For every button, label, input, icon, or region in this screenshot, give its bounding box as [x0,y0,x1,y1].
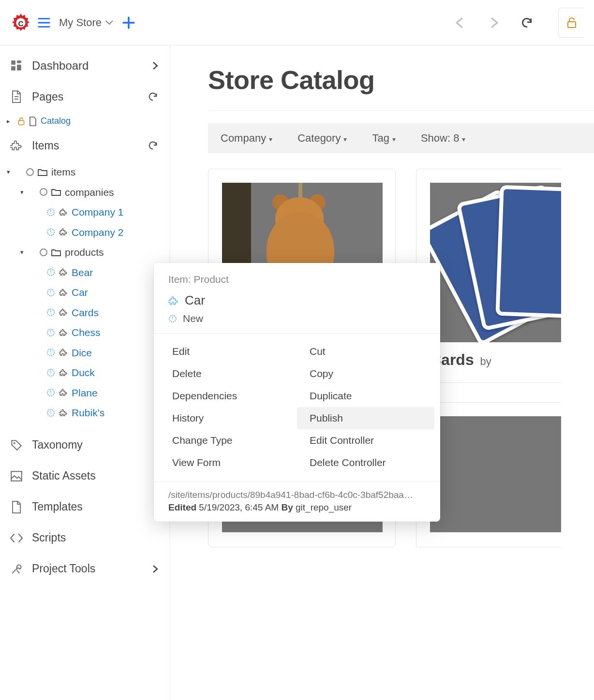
ctx-publish[interactable]: Publish [297,407,434,429]
tree-item-company[interactable]: ! Company 2 [0,222,170,243]
byline: by [480,355,491,367]
puzzle-icon [10,139,23,152]
ctx-delete[interactable]: Delete [160,363,297,385]
tree-label: Company 2 [72,225,123,240]
svg-text:!: ! [50,290,52,295]
ctx-cut[interactable]: Cut [297,340,434,363]
tree-item-product[interactable]: ! Rubik's [0,403,170,423]
code-icon [10,531,23,545]
tree-item-product[interactable]: ! Dice [0,343,170,363]
svg-rect-9 [11,60,15,65]
ctx-dependencies[interactable]: Dependencies [160,385,297,407]
tree-label: items [51,164,75,180]
tree-item-product[interactable]: ! Bear [0,262,170,283]
nav-dashboard[interactable]: Dashboard [0,50,170,81]
ctx-view-form[interactable]: View Form [160,452,297,474]
page-title: Store Catalog [208,65,594,95]
address-bar-lock[interactable] [558,8,584,38]
refresh-icon[interactable] [148,91,158,102]
nav-label: Templates [32,500,158,513]
nav-back-icon[interactable] [455,17,467,28]
filters-bar: Company Category Tag Show: 8 [208,123,594,153]
tree-item-product[interactable]: ! Chess [0,322,170,343]
image-icon [10,469,23,483]
caret-down-icon[interactable]: ▾ [20,188,27,197]
tree-item-product[interactable]: ! Car [0,282,170,303]
tree-folder-products[interactable]: ▾ products [0,242,170,262]
nav-scripts[interactable]: Scripts [0,523,170,554]
nav-items[interactable]: Items [0,130,170,161]
store-name: My Store [59,16,102,29]
ctx-duplicate[interactable]: Duplicate [297,385,434,407]
status-circle-icon [26,168,34,176]
ctx-change-type[interactable]: Change Type [160,429,297,452]
tree-label: Dice [72,345,92,361]
filter-company[interactable]: Company [221,132,272,145]
nav-label: Items [32,139,139,152]
product-image [430,183,561,342]
document-icon [10,90,23,103]
caret-down-icon[interactable]: ▾ [7,167,14,177]
tag-icon [10,438,23,452]
header-nav-actions [455,16,538,29]
nav-label: Dashboard [32,59,144,73]
nav-label: Pages [32,90,139,103]
new-button[interactable] [122,16,135,29]
tree-item-product[interactable]: ! Cards [0,303,170,323]
left-sidebar: Dashboard Pages ▸ Catalog Items [0,45,170,700]
folder-icon [51,188,61,196]
item-path: /site/items/products/89b4a941-8bad-cf6b-… [168,490,426,500]
svg-text:!: ! [50,229,52,234]
puzzle-icon [59,368,68,377]
caret-icon[interactable]: ▸ [7,117,14,126]
ctx-history[interactable]: History [160,407,297,429]
tree-item-product[interactable]: ! Plane [0,383,170,403]
page-catalog[interactable]: ▸ Catalog [0,112,170,130]
tree-folder-items[interactable]: ▾ items [0,162,170,182]
file-icon [10,500,23,514]
nav-label: Taxonomy [32,438,158,452]
product-card-title: Cards by [430,351,561,369]
nav-taxonomy[interactable]: Taxonomy [0,430,170,461]
ctx-edit-controller[interactable]: Edit Controller [297,429,434,452]
ctx-copy[interactable]: Copy [297,363,434,385]
filter-tag[interactable]: Tag [372,132,395,145]
svg-text:!: ! [50,370,52,375]
reload-icon[interactable] [520,16,533,29]
nav-project-tools[interactable]: Project Tools [0,554,170,584]
tree-folder-companies[interactable]: ▾ companies [0,182,170,203]
context-menu-title: Car [154,292,440,309]
store-selector[interactable]: My Store [56,16,116,29]
ctx-edit[interactable]: Edit [160,340,297,363]
caret-down-icon[interactable]: ▾ [20,248,27,257]
status-new-icon: ! [46,208,55,217]
svg-text:!: ! [50,330,52,335]
status-new-icon: ! [46,268,55,277]
item-context-menu: Item: Product Car ! New Edit Delete Depe… [154,263,440,522]
svg-text:C: C [18,19,23,27]
filter-category[interactable]: Category [297,132,347,145]
filter-show-count[interactable]: Show: 8 [421,132,466,145]
chevron-down-icon [105,20,113,25]
caret-down-icon [268,132,272,145]
tree-item-product[interactable]: ! Duck [0,363,170,383]
status-new-icon: ! [168,314,177,323]
tree-item-company[interactable]: ! Company 1 [0,202,170,222]
tree-label: products [65,245,104,260]
tree-label: Chess [72,325,101,340]
puzzle-icon [59,228,68,236]
refresh-icon[interactable] [148,140,158,151]
status-new-icon: ! [46,368,55,377]
nav-pages[interactable]: Pages [0,81,170,112]
nav-static-assets[interactable]: Static Assets [0,461,170,492]
menu-icon[interactable] [38,16,50,29]
lock-icon [17,117,25,126]
nav-forward-icon[interactable] [488,17,500,28]
context-menu-type: Item: Product [154,274,440,292]
items-tree: ▾ items ▾ companies ! Company 1 ! [0,161,170,430]
status-circle-icon [40,188,47,196]
svg-text:!: ! [172,316,174,321]
status-new-icon: ! [46,388,55,397]
nav-templates[interactable]: Templates [0,492,170,523]
ctx-delete-controller[interactable]: Delete Controller [297,452,434,474]
